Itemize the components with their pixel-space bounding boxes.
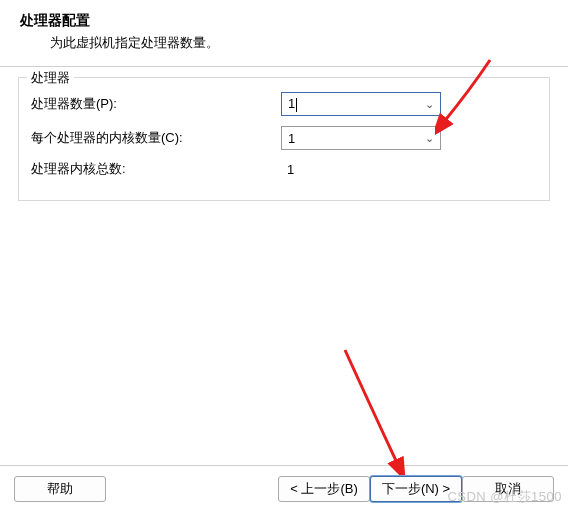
fieldset-legend: 处理器 — [27, 69, 74, 87]
cores-per-processor-value: 1 — [288, 131, 425, 146]
watermark: CSDN @杜莎1500 — [447, 488, 562, 506]
processor-count-value: 1 — [288, 96, 425, 112]
cores-per-processor-label: 每个处理器的内核数量(C): — [31, 129, 281, 147]
chevron-down-icon: ⌄ — [425, 98, 434, 111]
chevron-down-icon: ⌄ — [425, 132, 434, 145]
page-title: 处理器配置 — [20, 12, 548, 30]
processor-count-label: 处理器数量(P): — [31, 95, 281, 113]
total-cores-value: 1 — [281, 162, 294, 177]
annotation-arrow-icon — [340, 345, 410, 475]
page-subtitle: 为此虚拟机指定处理器数量。 — [50, 34, 548, 52]
processor-fieldset: 处理器 处理器数量(P): 1 ⌄ 每个处理器的内核数量(C): 1 ⌄ 处理器… — [18, 77, 550, 201]
total-cores-label: 处理器内核总数: — [31, 160, 281, 178]
cores-per-processor-select[interactable]: 1 ⌄ — [281, 126, 441, 150]
back-button[interactable]: < 上一步(B) — [278, 476, 370, 502]
processor-count-select[interactable]: 1 ⌄ — [281, 92, 441, 116]
help-button[interactable]: 帮助 — [14, 476, 106, 502]
